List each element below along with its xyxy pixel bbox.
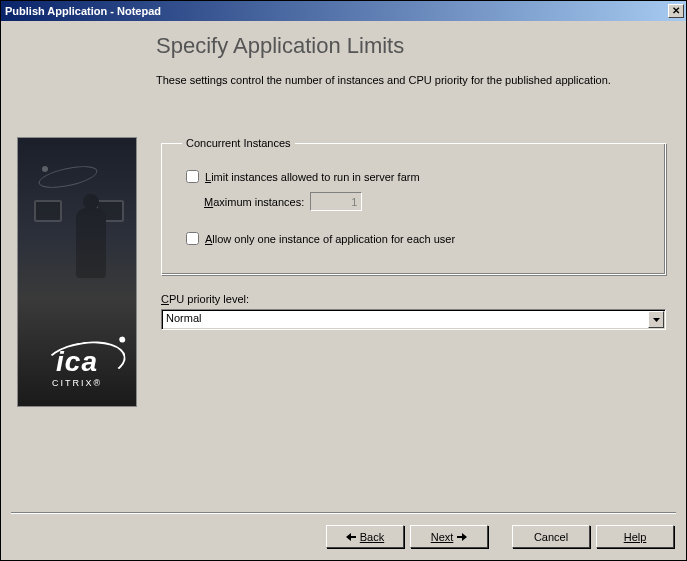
help-button[interactable]: Help	[596, 525, 674, 548]
button-separator	[11, 512, 676, 514]
ica-logo: ica CITRIX®	[46, 342, 108, 388]
arrow-right-icon	[457, 533, 467, 541]
limit-instances-checkbox[interactable]	[186, 170, 199, 183]
limit-instances-label: Limit instances allowed to run in server…	[205, 171, 420, 183]
concurrent-instances-group: Concurrent Instances Limit instances all…	[161, 137, 666, 275]
one-instance-per-user-checkbox[interactable]	[186, 232, 199, 245]
title-bar: Publish Application - Notepad ✕	[1, 1, 686, 21]
page-title: Specify Application Limits	[156, 33, 666, 59]
dropdown-button[interactable]	[648, 311, 664, 328]
svg-marker-0	[653, 318, 660, 322]
next-button[interactable]: Next	[410, 525, 488, 548]
close-button[interactable]: ✕	[668, 4, 684, 18]
one-instance-per-user-label: Allow only one instance of application f…	[205, 233, 455, 245]
cancel-button[interactable]: Cancel	[512, 525, 590, 548]
svg-marker-1	[346, 533, 356, 541]
close-icon: ✕	[672, 5, 680, 16]
wizard-button-row: Back Next Cancel Help	[326, 525, 674, 548]
max-instances-input	[310, 192, 362, 211]
window-title: Publish Application - Notepad	[5, 5, 668, 17]
cpu-priority-dropdown[interactable]: Normal	[161, 309, 666, 330]
cpu-priority-value: Normal	[162, 310, 647, 329]
arrow-left-icon	[346, 533, 356, 541]
max-instances-label: Maximum instances:	[204, 196, 304, 208]
wizard-sidebar-image: ica CITRIX®	[17, 137, 137, 407]
sidebar-artwork	[18, 158, 136, 316]
svg-marker-2	[457, 533, 467, 541]
group-legend: Concurrent Instances	[182, 137, 295, 149]
back-button[interactable]: Back	[326, 525, 404, 548]
page-description: These settings control the number of ins…	[156, 73, 666, 88]
cpu-priority-label: CPU priority level:	[161, 293, 666, 305]
chevron-down-icon	[653, 318, 660, 322]
